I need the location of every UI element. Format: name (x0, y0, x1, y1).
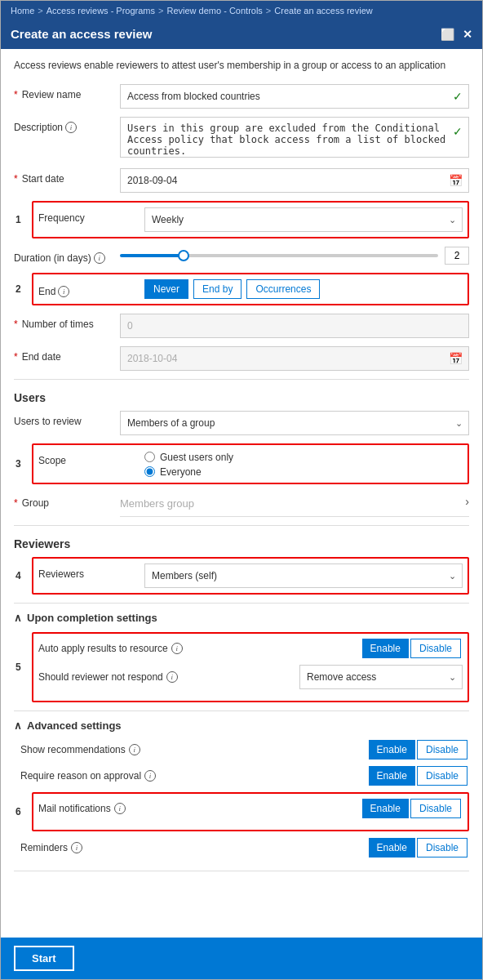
require-reason-info-icon: i (144, 770, 156, 782)
number-of-times-input[interactable] (120, 314, 469, 338)
intro-text: Access reviews enable reviewers to attes… (14, 59, 469, 73)
reminders-info-icon: i (71, 842, 82, 853)
window-icon[interactable]: ⬜ (441, 28, 454, 41)
users-to-review-row: Users to review Members of a group Guest… (14, 411, 469, 435)
sep2: > (158, 6, 163, 16)
users-to-review-select[interactable]: Members of a group Guests only Everyone (120, 411, 469, 435)
group-select-row[interactable]: Members group › (120, 492, 469, 517)
auto-apply-disable-button[interactable]: Disable (410, 639, 461, 658)
review-name-row: * Review name ✓ (14, 84, 469, 109)
reviewers-select-wrap: Members (self) Selected users Managers ⌄ (144, 564, 463, 588)
divider-1 (14, 379, 469, 380)
start-date-input[interactable] (120, 168, 469, 193)
mail-notifications-label: Mail notifications i (38, 803, 362, 814)
content-area: Access reviews enable reviewers to attes… (1, 49, 482, 938)
auto-apply-info-icon: i (171, 643, 183, 654)
main-window: Home > Access reviews - Programs > Revie… (0, 0, 483, 980)
members-group-text: Members group (120, 492, 194, 511)
section-number-1: 1 (16, 214, 21, 225)
end-section: End i Never End by Occurrences (32, 273, 469, 305)
mail-notifications-info-icon: i (114, 803, 126, 814)
show-recommendations-label: Show recommendations i (20, 744, 369, 755)
completion-collapse-icon: ∧ (14, 612, 22, 624)
reviewers-label: Reviewers (38, 564, 144, 580)
reminders-enable-button[interactable]: Enable (369, 838, 415, 858)
section-number-3: 3 (16, 458, 21, 470)
require-reason-row: Require reason on approval i Enable Disa… (20, 766, 469, 786)
calendar-icon[interactable]: 📅 (449, 174, 463, 187)
completion-inner: Auto apply results to resource i Enable … (32, 632, 469, 702)
advanced-collapse-icon: ∧ (14, 719, 22, 732)
should-respond-label: Should reviewer not respond i (38, 671, 299, 683)
auto-apply-toggle: Enable Disable (362, 639, 463, 658)
number-of-times-row: * Number of times (14, 314, 469, 338)
end-by-button[interactable]: End by (193, 279, 242, 299)
close-icon[interactable]: ✕ (463, 28, 472, 41)
required-star: * (14, 89, 18, 100)
section-number-2: 2 (16, 283, 21, 295)
show-recommendations-enable-button[interactable]: Enable (369, 740, 415, 760)
mail-notifications-toggle: Enable Disable (362, 799, 463, 818)
end-date-calendar-icon[interactable]: 📅 (449, 352, 463, 365)
scope-inner-row: Scope Guest users only Everyone (38, 450, 463, 478)
end-occurrences-button[interactable]: Occurrences (246, 279, 320, 299)
frequency-select[interactable]: Weekly Daily Monthly Quarterly Annually (144, 207, 463, 232)
scope-everyone-label: Everyone (160, 466, 202, 478)
auto-apply-label: Auto apply results to resource i (38, 643, 362, 654)
duration-slider[interactable] (120, 254, 438, 257)
breadcrumb-programs[interactable]: Access reviews - Programs (47, 6, 155, 16)
end-date-row: * End date 📅 (14, 346, 469, 371)
reminders-label: Reminders i (20, 842, 369, 853)
end-never-button[interactable]: Never (144, 279, 188, 299)
end-buttons-wrap: Never End by Occurrences (144, 279, 463, 299)
end-date-input[interactable] (120, 346, 469, 371)
show-recommendations-disable-button[interactable]: Disable (417, 740, 467, 760)
breadcrumb-home[interactable]: Home (11, 6, 34, 16)
description-input[interactable]: Users in this group are excluded from th… (120, 117, 469, 158)
require-reason-enable-button[interactable]: Enable (369, 766, 415, 786)
reviewers-select[interactable]: Members (self) Selected users Managers (144, 564, 463, 588)
start-button[interactable]: Start (14, 946, 74, 971)
should-respond-row: Should reviewer not respond i Remove acc… (38, 665, 463, 689)
review-name-wrap: ✓ (120, 84, 469, 109)
section-number-4: 4 (16, 570, 21, 581)
sep1: > (38, 6, 42, 16)
start-date-row: * Start date 📅 (14, 168, 469, 193)
mail-notifications-enable-button[interactable]: Enable (362, 799, 409, 818)
scope-everyone-radio[interactable] (144, 466, 155, 477)
title-bar: Create an access review ⬜ ✕ (1, 20, 482, 49)
should-respond-select[interactable]: Remove access Approve access Take recomm… (299, 665, 463, 689)
description-wrap: Users in this group are excluded from th… (120, 117, 469, 160)
completion-section: ∧ Upon completion settings 5 Auto apply … (14, 612, 469, 702)
divider-5 (14, 871, 469, 871)
reviewers-select-container: Members (self) Selected users Managers ⌄ (144, 564, 463, 588)
auto-apply-enable-button[interactable]: Enable (362, 639, 409, 658)
advanced-collapse-header[interactable]: ∧ Advanced settings (14, 719, 469, 732)
end-inner-row: End i Never End by Occurrences (38, 279, 463, 299)
completion-collapse-header[interactable]: ∧ Upon completion settings (14, 612, 469, 624)
reviewers-section: Reviewers Members (self) Selected users … (32, 557, 469, 595)
scope-guest-radio[interactable] (144, 452, 155, 462)
scope-radio-group: Guest users only Everyone (144, 450, 463, 478)
completion-section-title: Upon completion settings (27, 612, 157, 624)
description-input-wrap: Users in this group are excluded from th… (120, 117, 469, 160)
reminders-disable-button[interactable]: Disable (417, 838, 467, 858)
breadcrumb-controls[interactable]: Review demo - Controls (166, 6, 262, 16)
duration-value-input[interactable] (445, 247, 469, 265)
frequency-row: 1 Frequency Weekly Daily Monthly (32, 201, 469, 238)
scope-guest-option[interactable]: Guest users only (144, 452, 463, 463)
scope-everyone-option[interactable]: Everyone (144, 466, 463, 478)
scope-guest-label: Guest users only (160, 452, 233, 463)
mail-notifications-row: Mail notifications i Enable Disable (38, 799, 463, 818)
should-respond-info-icon: i (166, 671, 178, 683)
review-name-input[interactable] (120, 84, 469, 109)
end-date-input-wrap: 📅 (120, 346, 469, 371)
require-reason-disable-button[interactable]: Disable (417, 766, 467, 786)
frequency-section: Frequency Weekly Daily Monthly Quarterly… (32, 201, 469, 238)
mail-notifications-disable-button[interactable]: Disable (410, 799, 461, 818)
number-of-times-wrap (120, 314, 469, 338)
mail-notifications-outer: 6 Mail notifications i Enable Disable (32, 792, 469, 831)
duration-slider-wrap (120, 247, 469, 265)
frequency-label: Frequency (38, 207, 144, 224)
users-to-review-wrap: Members of a group Guests only Everyone … (120, 411, 469, 435)
